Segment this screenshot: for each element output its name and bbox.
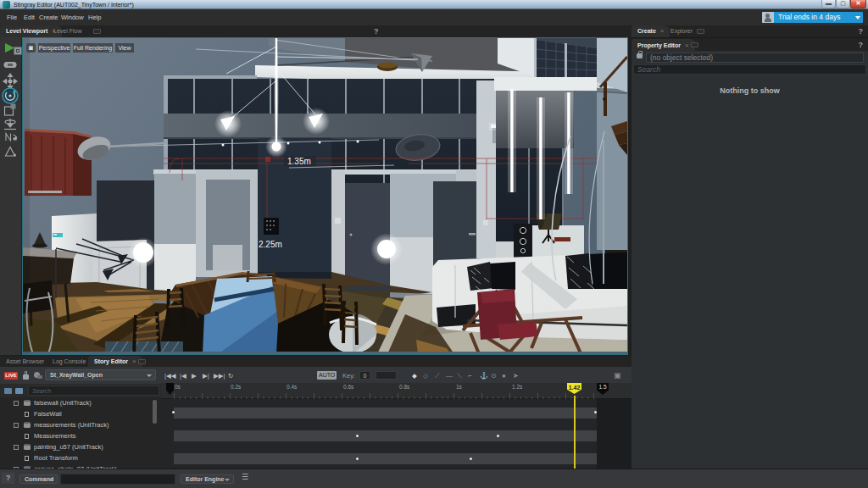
svg-text:2.25m: 2.25m bbox=[259, 240, 282, 249]
svg-text:1.35m: 1.35m bbox=[287, 157, 311, 166]
